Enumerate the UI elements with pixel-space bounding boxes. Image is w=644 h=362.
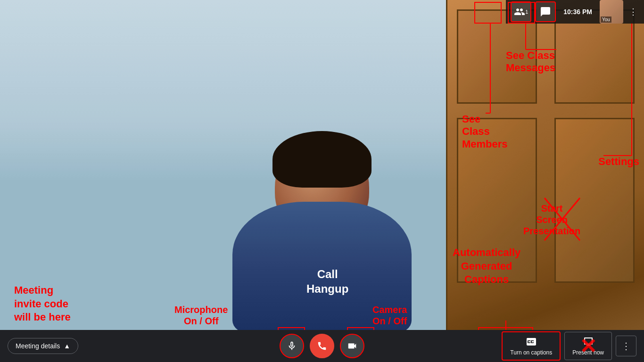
see-class-messages-annotation: See Class Messages	[506, 49, 555, 74]
call-hangup-annotation: Call Hangup	[306, 267, 348, 296]
call-controls	[280, 334, 364, 358]
chat-button[interactable]	[535, 1, 556, 22]
captions-button[interactable]: Turn on captions	[502, 331, 561, 361]
start-screen-annotation: Start Screen Presentation	[523, 203, 580, 237]
bottom-bar: Meeting details ▲ Turn on captions	[0, 330, 644, 362]
meeting-details-button[interactable]: Meeting details ▲	[8, 338, 78, 354]
present-now-button[interactable]: Present now ✕	[564, 332, 612, 360]
meeting-details-label: Meeting details	[16, 342, 60, 350]
time-display: 10:36 PM	[560, 8, 596, 16]
participant-count: 1	[525, 9, 528, 15]
auto-captions-annotation: Automatically Generated Captions	[453, 246, 520, 287]
see-class-members-annotation: See Class Members	[462, 113, 508, 150]
top-bar: 1 10:36 PM You ⋮	[506, 0, 644, 24]
you-label: You	[601, 16, 611, 23]
microphone-button[interactable]	[280, 334, 304, 358]
more-options-bottom-button[interactable]: ⋮	[616, 336, 636, 356]
settings-annotation: Settings	[598, 156, 639, 168]
camera-annotation: Camera On / Off	[372, 304, 407, 327]
self-video-thumb: You	[600, 0, 623, 24]
more-dots-icon: ⋮	[621, 340, 631, 352]
chevron-up-icon: ▲	[64, 342, 70, 350]
bottom-left: Meeting details ▲	[8, 338, 78, 354]
mic-annotation: Microphone On / Off	[174, 304, 228, 327]
participants-button[interactable]: 1	[511, 1, 531, 22]
hangup-button[interactable]	[310, 334, 334, 358]
bottom-right-controls: Turn on captions Present now ✕ ⋮	[502, 331, 636, 361]
captions-label: Turn on captions	[510, 349, 552, 356]
present-x-overlay: ✕	[565, 332, 611, 360]
meeting-invite-annotation: Meeting invite code will be here	[14, 284, 71, 324]
person-silhouette	[232, 98, 412, 334]
camera-button[interactable]	[340, 334, 364, 358]
more-options-top[interactable]: ⋮	[627, 7, 639, 17]
